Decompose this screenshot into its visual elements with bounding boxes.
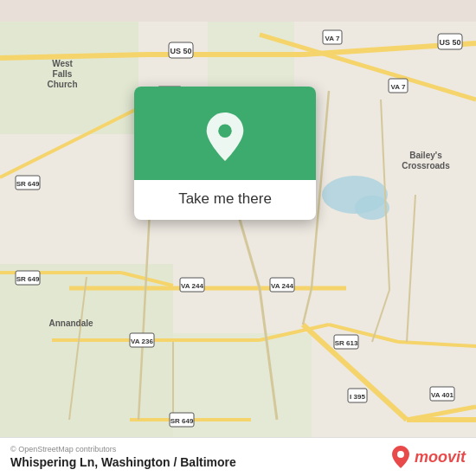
svg-text:I 395: I 395 <box>350 393 365 401</box>
svg-rect-4 <box>0 264 173 454</box>
location-title: Whispering Ln, Washington / Baltimore <box>10 455 236 469</box>
popup-button-area[interactable]: Take me there <box>134 180 316 220</box>
bottom-left-section: © OpenStreetMap contributors Whispering … <box>10 445 236 469</box>
svg-text:VA 7: VA 7 <box>325 35 340 42</box>
svg-text:Bailey's: Bailey's <box>409 151 442 160</box>
svg-text:Church: Church <box>48 80 78 89</box>
moovit-logo: moovit <box>390 445 466 469</box>
svg-text:Falls: Falls <box>53 69 73 79</box>
location-pin-icon <box>203 111 248 163</box>
svg-point-68 <box>218 124 231 137</box>
popup-green-area <box>134 87 316 180</box>
take-me-there-button[interactable]: Take me there <box>178 190 272 208</box>
svg-point-2 <box>355 196 389 220</box>
bottom-bar: © OpenStreetMap contributors Whispering … <box>0 437 476 476</box>
svg-text:SR 613: SR 613 <box>335 339 358 347</box>
svg-text:VA 236: VA 236 <box>131 338 153 345</box>
moovit-pin-icon <box>390 445 411 469</box>
svg-text:Annandale: Annandale <box>48 318 93 328</box>
svg-text:US 50: US 50 <box>170 47 191 55</box>
attribution-text: © OpenStreetMap contributors <box>10 445 236 453</box>
svg-text:SR 649: SR 649 <box>16 275 40 283</box>
svg-text:US 50: US 50 <box>439 38 460 47</box>
popup-card: Take me there <box>134 87 316 220</box>
svg-text:VA 244: VA 244 <box>181 282 203 290</box>
moovit-brand-text: moovit <box>415 448 466 466</box>
map-background: US 50 US 50 VA 7 VA 7 SR 649 SR 649 SR 6… <box>0 0 476 476</box>
svg-text:SR 649: SR 649 <box>170 417 194 425</box>
svg-text:VA 7: VA 7 <box>391 83 406 91</box>
svg-rect-5 <box>173 333 312 454</box>
map-container: US 50 US 50 VA 7 VA 7 SR 649 SR 649 SR 6… <box>0 0 476 476</box>
svg-text:VA 244: VA 244 <box>271 282 293 290</box>
svg-line-9 <box>0 55 147 58</box>
svg-text:West: West <box>52 59 73 68</box>
svg-text:SR 649: SR 649 <box>16 180 40 188</box>
svg-text:Crossroads: Crossroads <box>402 161 450 170</box>
svg-point-69 <box>397 451 404 458</box>
svg-text:VA 401: VA 401 <box>431 391 453 399</box>
